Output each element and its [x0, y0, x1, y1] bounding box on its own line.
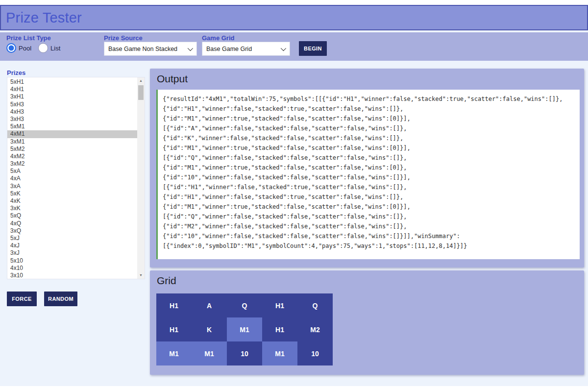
- list-item[interactable]: 3xJ: [7, 249, 137, 257]
- game-grid-select[interactable]: Base Game Grid: [202, 42, 290, 56]
- grid-panel-title: Grid: [157, 275, 176, 287]
- scroll-up-icon[interactable]: ▲: [137, 77, 145, 84]
- list-item[interactable]: 5xM2: [7, 146, 137, 153]
- prize-list-type-label: Prize List Type: [6, 34, 51, 42]
- list-item[interactable]: 4xM1: [7, 130, 137, 138]
- grid-cell: H1: [156, 317, 192, 341]
- game-grid-value: Base Game Grid: [206, 46, 252, 52]
- radio-option-list[interactable]: List: [38, 43, 60, 53]
- list-item[interactable]: 3xH3: [7, 116, 137, 123]
- list-item[interactable]: 3xM2: [7, 160, 137, 168]
- toolbar: Prize List Type Pool List Prize Source B…: [0, 32, 588, 61]
- output-json-text: {"resultId":"4xM1","totalWin":75,"symbol…: [158, 90, 580, 255]
- list-item[interactable]: 5xQ: [7, 212, 137, 219]
- grid-cell: M1: [262, 341, 297, 365]
- page-title: Prize Tester: [1, 10, 82, 26]
- list-item[interactable]: 5xK: [7, 190, 137, 197]
- prizes-listbox[interactable]: 5xH14xH13xH15xH34xH33xH35xM14xM13xM15xM2…: [7, 77, 145, 279]
- prize-source-select[interactable]: Base Game Non Stacked: [104, 42, 197, 56]
- radio-option-pool[interactable]: Pool: [6, 43, 31, 53]
- grid-cell: 10: [297, 341, 333, 365]
- game-grid: H1AQH1QH1KM1H1M2M1M110M110: [156, 293, 333, 365]
- scrollbar-thumb[interactable]: [138, 85, 144, 100]
- grid-cell: 10: [227, 341, 262, 365]
- radio-pool-label: Pool: [19, 45, 31, 52]
- list-item[interactable]: 4xA: [7, 175, 137, 182]
- list-item[interactable]: 3xH1: [7, 93, 137, 100]
- list-item[interactable]: 4xM2: [7, 153, 137, 160]
- list-item[interactable]: 5x10: [7, 257, 137, 265]
- list-item[interactable]: 5xA: [7, 168, 137, 175]
- prizes-list: 5xH14xH13xH15xH34xH33xH35xM14xM13xM15xM2…: [7, 78, 137, 279]
- list-item[interactable]: 5xJ: [7, 235, 137, 242]
- grid-cell: H1: [262, 317, 297, 341]
- force-button[interactable]: FORCE: [7, 292, 37, 306]
- list-item[interactable]: 4xH1: [7, 86, 137, 93]
- grid-cell: M2: [297, 317, 333, 341]
- prize-list-type-field: Prize List Type Pool List: [6, 34, 51, 42]
- list-item[interactable]: 4xH3: [7, 108, 137, 116]
- radio-list-label: List: [50, 45, 60, 52]
- radio-pool-control[interactable]: [6, 43, 16, 53]
- list-item[interactable]: 3x10: [7, 272, 137, 279]
- game-grid-field: Game Grid Base Game Grid: [202, 34, 234, 42]
- grid-cell: M1: [192, 341, 227, 365]
- list-item[interactable]: 4xK: [7, 197, 137, 205]
- grid-cell: H1: [262, 293, 297, 317]
- grid-cell: K: [192, 317, 227, 341]
- prize-source-value: Base Game Non Stacked: [108, 46, 177, 52]
- chevron-down-icon: [281, 45, 286, 50]
- list-item[interactable]: 5xH3: [7, 101, 137, 108]
- grid-cell: Q: [227, 293, 262, 317]
- radio-list-control[interactable]: [38, 43, 48, 53]
- list-item[interactable]: 4xJ: [7, 242, 137, 249]
- list-item[interactable]: 3xK: [7, 205, 137, 212]
- grid-panel: Grid H1AQH1QH1KM1H1M2M1M110M110: [150, 270, 584, 375]
- random-button[interactable]: RANDOM: [44, 292, 77, 306]
- output-panel: Output {"resultId":"4xM1","totalWin":75,…: [150, 69, 584, 267]
- list-item[interactable]: 4xQ: [7, 220, 137, 227]
- game-grid-label: Game Grid: [202, 34, 234, 42]
- grid-cell: A: [192, 293, 227, 317]
- prize-source-label: Prize Source: [104, 34, 143, 42]
- grid-cell: H1: [156, 293, 192, 317]
- app-root: Prize Tester Prize List Type Pool List P…: [0, 5, 588, 386]
- list-item[interactable]: 3xQ: [7, 227, 137, 235]
- output-box: {"resultId":"4xM1","totalWin":75,"symbol…: [156, 90, 580, 259]
- list-item[interactable]: 4x10: [7, 265, 137, 272]
- scroll-down-icon[interactable]: ▼: [137, 272, 145, 279]
- prize-list-type-radios: Pool List: [6, 43, 104, 53]
- prizes-label: Prizes: [7, 69, 25, 76]
- prize-source-field: Prize Source Base Game Non Stacked: [104, 34, 143, 42]
- grid-cell: M1: [156, 341, 192, 365]
- chevron-down-icon: [188, 45, 193, 50]
- list-item[interactable]: 3xA: [7, 183, 137, 190]
- list-item[interactable]: 3xM1: [7, 138, 137, 146]
- list-item[interactable]: 5xH1: [7, 78, 137, 86]
- output-panel-title: Output: [157, 73, 188, 85]
- grid-cell: M1: [227, 317, 262, 341]
- scrollbar[interactable]: ▲ ▼: [137, 77, 145, 279]
- list-item[interactable]: 5xM1: [7, 123, 137, 130]
- begin-button[interactable]: BEGIN: [299, 41, 327, 56]
- grid-cell: Q: [297, 293, 333, 317]
- app-header: Prize Tester: [0, 5, 588, 30]
